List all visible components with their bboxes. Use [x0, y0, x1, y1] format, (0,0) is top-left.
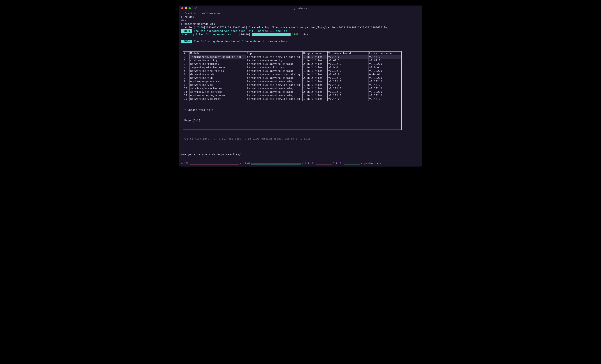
cell-repo: terraform-aws-service-catalog: [246, 62, 302, 66]
window-title: gruntwork: [294, 7, 307, 10]
table-row[interactable]: 12mgmt/ecs-deploy-runnerterraform-aws-se…: [183, 94, 401, 97]
table-row[interactable]: 4request-quota-increaseterraform-aws-uti…: [183, 66, 401, 69]
cell-repo: terraform-aws-cis-service-catalog: [246, 55, 302, 59]
zoom-icon[interactable]: [189, 7, 191, 9]
terminal-body[interactable]: infrastructure-live-acme > cd dev dev > …: [179, 11, 422, 161]
scan-text: Scanning files for dependencies ...: [181, 33, 239, 36]
cell-index: 1: [183, 55, 190, 59]
table-row[interactable]: 10services/ecs-clusterterraform-aws-serv…: [183, 87, 401, 90]
keyboard-hints: ↑/↓ to highlight, ←/→ prev/next page, v …: [181, 137, 311, 140]
cpu-segment: 26%: [181, 162, 239, 165]
col-header-usages: Usages found: [302, 51, 328, 55]
cell-latest: v0.102.0: [369, 76, 401, 80]
cell-latest: v0.102.0: [369, 80, 401, 83]
table-row[interactable]: 2custom-iam-entityterraform-aws-security…: [183, 59, 401, 62]
cell-latest: v0.44.0: [369, 55, 401, 59]
cell-index: 12: [183, 94, 190, 97]
cell-latest: v0.102.0: [369, 94, 401, 97]
cell-latest: v0.102.0: [369, 69, 401, 73]
log-timestamp: [2023-02-28T11:23:33+01:00]: [204, 26, 247, 29]
cell-module: custom-iam-entity: [190, 59, 246, 62]
cell-module: data-stores/rds: [190, 73, 246, 76]
titlebar: ⌥⌘1 gruntwork: [179, 6, 422, 11]
cell-versions: v0.102.0: [328, 94, 369, 97]
dependency-table: # Module Repo Usages found Versions foun…: [183, 51, 401, 130]
cell-usages: 2 in 2 files: [302, 76, 328, 80]
cell-module: mgmt/openvpn-server: [190, 80, 246, 83]
table-row[interactable]: 13networking/vpc-mgmtterraform-aws-cis-s…: [183, 97, 401, 101]
col-header-latest: Latest version: [369, 51, 401, 55]
dependency-table-wrap: # Module Repo Usages found Versions foun…: [183, 48, 420, 133]
cell-module: services/ecs-cluster: [190, 87, 246, 90]
cell-usages: 1 in 1 files: [302, 73, 328, 76]
network-icon: [302, 162, 304, 165]
tab-shortcut-hint: ⌥⌘1: [193, 7, 197, 10]
cell-versions: v0.102.0: [328, 69, 369, 73]
cell-module: networking/route53: [190, 62, 246, 66]
cell-latest: v0.67.2: [369, 59, 401, 62]
info-badge: INFO: [181, 29, 192, 33]
cpu-sparkline: [190, 162, 239, 165]
process-segment: patcher • -zsh: [361, 162, 382, 165]
table-row[interactable]: 9networking/vpcterraform-aws-cis-service…: [183, 83, 401, 87]
cell-module: networking/vpc-mgmt: [190, 97, 246, 101]
table-row[interactable]: 5networking/sns-topicsterraform-aws-serv…: [183, 69, 401, 73]
scan-time: | 44s: [299, 33, 308, 36]
cell-usages: 1 in 1 files: [302, 97, 328, 101]
net-down-value: 6.1 kB↓: [305, 162, 314, 165]
log-level: INFO: [197, 26, 204, 29]
update-available-note: * Update available: [184, 108, 400, 112]
net-up-segment: 5.1 kB↑: [333, 162, 360, 165]
net-down-sparkline: [315, 162, 332, 165]
cell-index: 8: [183, 80, 190, 83]
col-header-module: Module: [190, 51, 246, 55]
table-row[interactable]: 3networking/route53terraform-aws-service…: [183, 62, 401, 66]
table-header-row: # Module Repo Usages found Versions foun…: [183, 51, 401, 55]
table-row[interactable]: 1landingzone/account-baseline-appterrafo…: [183, 55, 401, 59]
table-row[interactable]: 7networking/albterraform-aws-service-cat…: [183, 76, 401, 80]
cell-versions: v0.44.0: [328, 97, 369, 101]
net-down-segment: 6.1 kB↓: [302, 162, 332, 165]
cell-index: 4: [183, 66, 190, 69]
cell-module: landingzone/account-baseline-app: [190, 55, 246, 59]
memory-value: 12 GB: [243, 162, 250, 165]
net-up-sparkline: [344, 162, 360, 165]
cell-usages: 1 in 1 files: [302, 69, 328, 73]
cell-usages: 1 in 1 files: [302, 87, 328, 90]
cell-latest: v0.102.0: [369, 62, 401, 66]
cell-index: 5: [183, 69, 190, 73]
scan-percent: 100%: [292, 33, 299, 36]
table-row[interactable]: 6data-stores/rdsterraform-aws-cis-servic…: [183, 73, 401, 76]
cell-usages: 1 in 1 files: [302, 80, 328, 83]
cell-repo: terraform-aws-service-catalog: [246, 87, 302, 90]
cell-module: services/ecs-service: [190, 90, 246, 94]
cell-latest: v0.102.0: [369, 90, 401, 94]
svg-rect-1: [182, 163, 182, 164]
cell-module: networking/sns-topics: [190, 69, 246, 73]
info-badge: INFO: [181, 40, 192, 43]
table-row[interactable]: 11services/ecs-serviceterraform-aws-serv…: [183, 90, 401, 94]
net-up-value: 5.1 kB↑: [333, 162, 342, 165]
cell-versions: v0.102.0: [328, 62, 369, 66]
cwd-line: infrastructure-live-acme: [181, 12, 220, 15]
cell-latest: v0.44.0: [369, 83, 401, 87]
info-text: The following dependencies will be updat…: [192, 40, 289, 43]
cell-repo: terraform-aws-security: [246, 59, 302, 62]
table-row[interactable]: 8mgmt/openvpn-serverterraform-aws-servic…: [183, 80, 401, 83]
minimize-icon[interactable]: [185, 7, 187, 9]
cell-repo: terraform-aws-service-catalog: [246, 80, 302, 83]
cell-index: 11: [183, 90, 190, 94]
cell-index: 7: [183, 76, 190, 80]
cell-module: networking/vpc: [190, 83, 246, 87]
col-header-index: #: [183, 51, 190, 55]
cell-index: 6: [183, 73, 190, 76]
memory-segment: 12 GB: [240, 162, 301, 165]
confirm-prompt[interactable]: Are you sure you wish to proceed? (y/n): [181, 153, 420, 156]
close-icon[interactable]: [181, 7, 183, 9]
prompt-prefix: >: [181, 22, 184, 25]
process-name: patcher: [364, 162, 373, 165]
cell-versions: v0.102.0: [328, 90, 369, 94]
cell-index: 2: [183, 59, 190, 62]
cell-module: request-quota-increase: [190, 66, 246, 69]
cell-versions: v0.44.0: [328, 83, 369, 87]
